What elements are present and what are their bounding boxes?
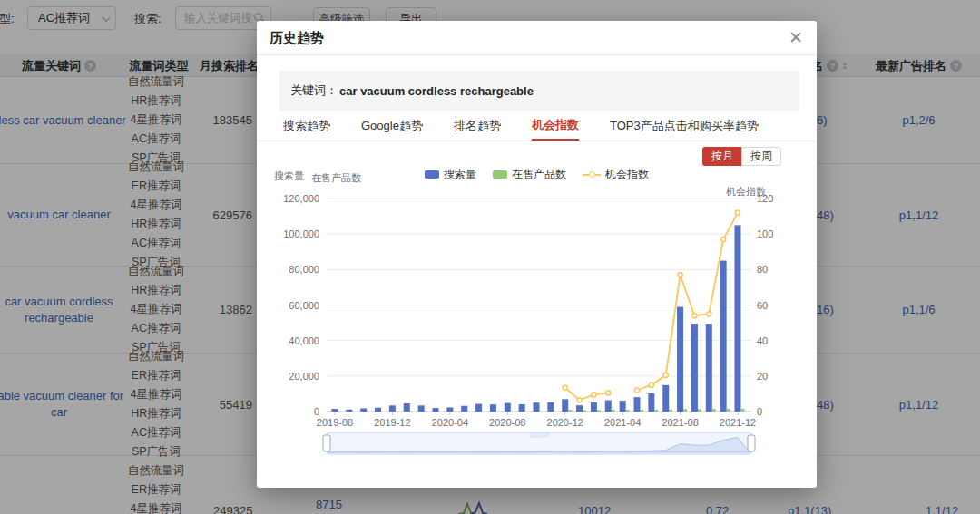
tab-opportunity-index[interactable]: 机会指数 xyxy=(532,111,579,141)
svg-text:60: 60 xyxy=(757,300,768,311)
svg-text:40,000: 40,000 xyxy=(289,335,319,346)
svg-text:2020-08: 2020-08 xyxy=(489,417,525,428)
svg-text:120,000: 120,000 xyxy=(283,193,319,204)
svg-text:60,000: 60,000 xyxy=(289,300,319,311)
svg-text:80,000: 80,000 xyxy=(289,264,319,275)
tab-google-trend[interactable]: Google趋势 xyxy=(361,111,423,141)
tab-top3-click-purchase[interactable]: TOP3产品点击和购买率趋势 xyxy=(610,111,759,141)
svg-text:2019-12: 2019-12 xyxy=(374,417,410,428)
tab-rank-trend[interactable]: 排名趋势 xyxy=(454,111,501,141)
svg-text:20,000: 20,000 xyxy=(289,371,319,382)
divider xyxy=(257,54,817,55)
svg-text:40: 40 xyxy=(757,335,768,346)
period-toggle: 按月 按周 xyxy=(702,147,781,166)
tab-search-trend[interactable]: 搜索趋势 xyxy=(283,111,330,141)
svg-text:2021-04: 2021-04 xyxy=(604,417,641,428)
svg-text:100,000: 100,000 xyxy=(283,228,319,239)
keyword-value: car vacuum cordless rechargeable xyxy=(339,84,534,98)
keyword-summary: 关键词： car vacuum cordless rechargeable xyxy=(279,71,799,111)
svg-text:2020-12: 2020-12 xyxy=(547,417,583,428)
opportunity-index-chart[interactable]: 120,000120100,00010080,0008060,0006040,0… xyxy=(257,166,817,467)
keyword-label: 关键词： xyxy=(290,82,338,99)
svg-text:120: 120 xyxy=(757,193,773,204)
monthly-button[interactable]: 按月 xyxy=(702,147,741,166)
svg-text:100: 100 xyxy=(757,228,773,239)
weekly-button[interactable]: 按周 xyxy=(741,147,781,166)
modal-title: 历史趋势 xyxy=(270,30,324,47)
svg-text:0: 0 xyxy=(757,406,762,417)
svg-text:2021-08: 2021-08 xyxy=(662,417,698,428)
close-icon[interactable]: ✕ xyxy=(789,26,803,50)
svg-text:80: 80 xyxy=(757,264,768,275)
trend-tabs: 搜索趋势 Google趋势 排名趋势 机会指数 TOP3产品点击和购买率趋势 xyxy=(257,111,817,141)
svg-text:0: 0 xyxy=(314,406,319,417)
svg-text:2019-08: 2019-08 xyxy=(317,417,353,428)
history-trend-modal: 历史趋势 ✕ 关键词： car vacuum cordless recharge… xyxy=(257,21,817,488)
svg-text:20: 20 xyxy=(757,371,768,382)
svg-text:2020-04: 2020-04 xyxy=(432,417,468,428)
svg-text:2021-12: 2021-12 xyxy=(720,417,756,428)
screen: 类型: AC推荐词 搜索: 输入关键词搜索 高级筛选 导出 流量关键词 ? 流量… xyxy=(0,0,980,514)
